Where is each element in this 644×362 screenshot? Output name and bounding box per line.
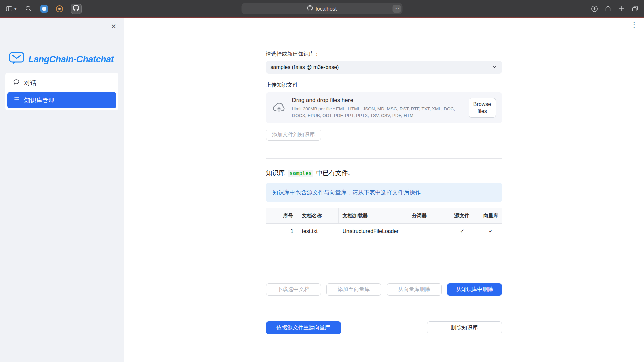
kebab-icon: ⋮ bbox=[630, 20, 638, 29]
kb-select-label: 请选择或新建知识库： bbox=[266, 51, 502, 58]
sidebar-item-kb-management[interactable]: 知识库管理 bbox=[7, 92, 116, 108]
upload-label: 上传知识文件 bbox=[266, 82, 502, 89]
selected-kb-value: samples (faiss @ m3e-base) bbox=[271, 64, 339, 70]
app-logo: LangChain-Chatchat bbox=[0, 18, 124, 67]
file-dropzone[interactable]: Drag and drop files here Limit 200MB per… bbox=[266, 92, 502, 123]
github-icon bbox=[73, 5, 79, 13]
sidebar: ✕ LangChain-Chatchat 对话 bbox=[0, 18, 124, 362]
site-favicon bbox=[307, 5, 313, 12]
kb-selectbox[interactable]: samples (faiss @ m3e-base) bbox=[266, 61, 502, 74]
header-cell-filename: 文档名称 bbox=[298, 208, 339, 223]
divider bbox=[266, 158, 502, 159]
main-content: ⋮ 请选择或新建知识库： samples (faiss @ m3e-base) … bbox=[124, 18, 644, 362]
table-row[interactable]: 1 test.txt UnstructuredFileLoader ✓ ✓ bbox=[266, 224, 502, 239]
header-cell-splitter: 分词器 bbox=[408, 208, 444, 223]
kb-name-code: samples bbox=[288, 170, 313, 177]
header-cell-loader: 文档加载器 bbox=[339, 208, 408, 223]
downloads-icon[interactable] bbox=[591, 5, 598, 13]
table-header: 序号 文档名称 文档加载器 分词器 源文件 向量库 bbox=[266, 208, 502, 224]
info-banner: 知识库中包含源文件与向量库，请从下表中选择文件后操作 bbox=[266, 183, 502, 202]
files-table[interactable]: 序号 文档名称 文档加载器 分词器 源文件 向量库 1 test.txt Uns… bbox=[266, 208, 502, 275]
search-icon[interactable] bbox=[25, 5, 32, 12]
logo-text: LangChain-Chatchat bbox=[28, 54, 114, 65]
delete-kb-button[interactable]: 删除知识库 bbox=[427, 321, 502, 334]
dropzone-title: Drag and drop files here bbox=[292, 97, 463, 104]
chevron-down-icon bbox=[492, 64, 497, 71]
main-menu-button[interactable]: ⋮ bbox=[630, 21, 638, 29]
sidebar-close-button[interactable]: ✕ bbox=[111, 23, 116, 30]
share-icon[interactable] bbox=[604, 5, 612, 12]
tab-overview-icon[interactable] bbox=[631, 5, 639, 12]
kb-list-icon bbox=[13, 96, 20, 104]
sidebar-nav: 对话 知识库管理 bbox=[5, 73, 118, 110]
cloud-upload-icon bbox=[272, 100, 286, 116]
kb-actions-row: 依据源文件重建向量库 删除知识库 bbox=[266, 321, 502, 362]
pinned-app-orange-icon[interactable] bbox=[56, 5, 63, 12]
add-files-button[interactable]: 添加文件到知识库 bbox=[266, 129, 321, 141]
add-to-vector-button[interactable]: 添加至向量库 bbox=[326, 283, 381, 296]
logo-chat-icon bbox=[9, 51, 25, 67]
kb-files-heading: 知识库 samples 中已有文件: bbox=[266, 169, 502, 177]
header-cell-vectorstore: 向量库 bbox=[480, 208, 502, 223]
cell-sourcefile-check: ✓ bbox=[444, 224, 480, 239]
header-cell-index: 序号 bbox=[266, 208, 298, 223]
chevron-down-icon: ▾ bbox=[14, 7, 17, 11]
github-tab-button[interactable] bbox=[71, 4, 82, 14]
cell-filename: test.txt bbox=[298, 224, 339, 239]
table-empty-area bbox=[266, 239, 502, 275]
browser-toolbar: ▾ localhost ⋯ bbox=[0, 0, 644, 17]
browse-files-button[interactable]: Browse files bbox=[469, 98, 496, 118]
header-cell-sourcefile: 源文件 bbox=[444, 208, 480, 223]
cell-vectorstore-check: ✓ bbox=[480, 224, 502, 239]
page-options-icon[interactable]: ⋯ bbox=[393, 5, 401, 13]
new-tab-icon[interactable] bbox=[618, 5, 625, 12]
kb-heading-prefix: 知识库 bbox=[266, 169, 285, 177]
cell-index: 1 bbox=[266, 224, 298, 239]
pinned-app-blue-icon[interactable] bbox=[40, 5, 48, 13]
remove-from-vector-button[interactable]: 从向量库删除 bbox=[387, 283, 442, 296]
sidebar-item-chat[interactable]: 对话 bbox=[7, 75, 116, 91]
close-icon: ✕ bbox=[111, 23, 116, 30]
dropzone-limit-text: Limit 200MB per file • EML, HTML, JSON, … bbox=[292, 106, 463, 119]
kb-heading-suffix: 中已有文件: bbox=[316, 169, 350, 177]
address-bar[interactable]: localhost ⋯ bbox=[241, 3, 403, 14]
sidebar-panel-icon bbox=[5, 5, 13, 13]
sidebar-item-label: 知识库管理 bbox=[24, 96, 54, 104]
chat-bubble-icon bbox=[13, 79, 20, 87]
delete-from-kb-button[interactable]: 从知识库中删除 bbox=[447, 283, 502, 296]
divider bbox=[266, 310, 502, 310]
url-text: localhost bbox=[316, 6, 337, 12]
sidebar-toggle-button[interactable]: ▾ bbox=[5, 5, 17, 13]
rebuild-vector-button[interactable]: 依据源文件重建向量库 bbox=[266, 321, 341, 334]
sidebar-item-label: 对话 bbox=[24, 79, 36, 87]
cell-splitter bbox=[408, 224, 444, 239]
download-selected-button[interactable]: 下载选中文档 bbox=[266, 283, 321, 296]
cell-loader: UnstructuredFileLoader bbox=[339, 224, 408, 239]
file-actions-row: 下载选中文档 添加至向量库 从向量库删除 从知识库中删除 bbox=[266, 283, 502, 296]
